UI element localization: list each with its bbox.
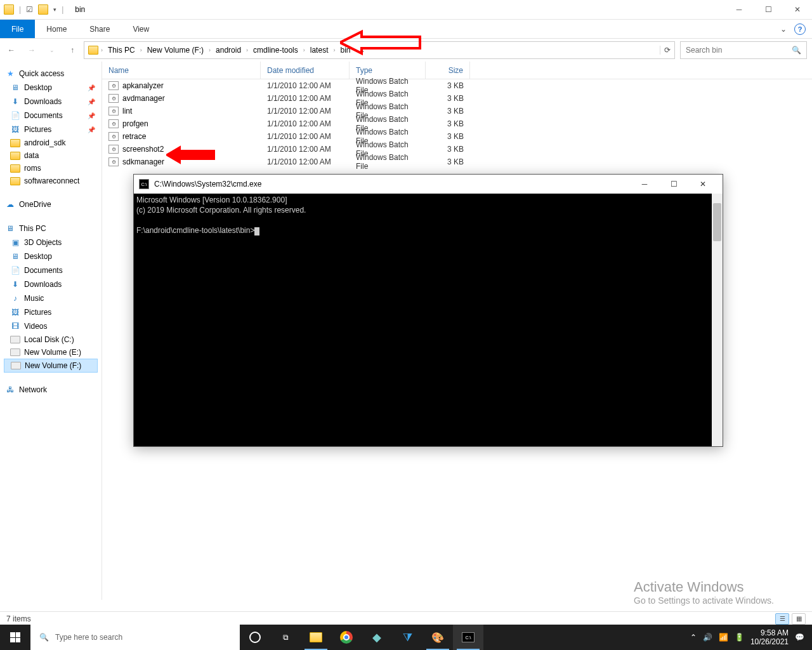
sidebar-item-documents[interactable]: 📄Documents	[4, 263, 98, 277]
tab-file[interactable]: File	[0, 20, 35, 38]
addr-dropdown-icon[interactable]: ⌄	[355, 46, 369, 55]
breadcrumb-item[interactable]: latest	[308, 46, 331, 55]
taskbar-taskview[interactable]: ⧉	[270, 625, 301, 650]
cmd-scrollbar[interactable]	[712, 194, 723, 446]
taskbar-vscode[interactable]: ⧩	[392, 625, 422, 650]
minimize-button[interactable]: ─	[630, 175, 659, 194]
taskbar-chrome[interactable]	[331, 625, 362, 650]
breadcrumb-item[interactable]: bin	[337, 46, 353, 55]
sidebar-item-drive-e[interactable]: New Volume (E:)	[4, 346, 98, 359]
cloud-icon: ☁	[5, 199, 15, 209]
taskbar-explorer[interactable]	[301, 625, 331, 650]
maximize-button[interactable]: ☐	[659, 175, 688, 194]
sidebar-item-pictures[interactable]: 🖼Pictures	[4, 305, 98, 319]
cmd-titlebar[interactable]: C:\ C:\Windows\System32\cmd.exe ─ ☐ ✕	[134, 175, 723, 194]
column-date[interactable]: Date modified	[261, 62, 350, 79]
large-icons-view-button[interactable]: ▦	[792, 613, 806, 625]
breadcrumb-item[interactable]: New Volume (F:)	[145, 46, 206, 55]
tab-home[interactable]: Home	[35, 20, 78, 38]
tray-battery-icon[interactable]: 🔋	[735, 633, 744, 642]
sidebar-network[interactable]: 🖧Network	[4, 383, 98, 397]
tray-wifi-icon[interactable]: 📶	[719, 633, 728, 642]
taskbar-cmd[interactable]: C:\	[453, 625, 483, 650]
status-bar: 7 items ☰ ▦	[0, 611, 812, 625]
tray-volume-icon[interactable]: 🔊	[703, 633, 712, 642]
forward-button[interactable]: →	[25, 46, 38, 55]
file-type: Windows Batch File	[350, 153, 426, 171]
sidebar-label: This PC	[19, 224, 46, 233]
details-view-button[interactable]: ☰	[775, 613, 789, 625]
sidebar-item-folder[interactable]: softwareconnect	[4, 175, 98, 187]
breadcrumb-item[interactable]: android	[213, 46, 244, 55]
taskbar-cortana[interactable]	[240, 625, 270, 650]
system-tray[interactable]: ⌃ 🔊 📶 🔋 9:58 AM 10/26/2021 💬	[683, 628, 812, 647]
sidebar-item-folder[interactable]: android_sdk	[4, 136, 98, 149]
taskbar-apps: ⧉ ◆ ⧩ 🎨 C:\	[240, 625, 483, 650]
sidebar-item-music[interactable]: ♪Music	[4, 291, 98, 305]
refresh-icon[interactable]: ⟳	[660, 46, 671, 55]
sidebar-item-desktop[interactable]: 🖥Desktop📌	[4, 81, 98, 95]
batch-file-icon: ⚙	[108, 145, 119, 154]
close-button[interactable]: ✕	[688, 175, 717, 194]
taskbar-paint[interactable]: 🎨	[422, 625, 453, 650]
close-button[interactable]: ✕	[783, 0, 812, 20]
file-date: 1/1/2010 12:00 AM	[261, 81, 350, 90]
minimize-button[interactable]: ─	[724, 0, 754, 20]
column-size[interactable]: Size	[426, 62, 470, 79]
sidebar-item-drive-f[interactable]: New Volume (F:)	[4, 359, 98, 373]
taskbar-app[interactable]: ◆	[362, 625, 392, 650]
search-input[interactable]	[686, 46, 781, 55]
nav-buttons: ← → ⌄ ↑	[5, 46, 79, 55]
sidebar-item-downloads[interactable]: ⬇Downloads📌	[4, 95, 98, 109]
breadcrumb-item[interactable]: cmdline-tools	[251, 46, 301, 55]
sidebar-onedrive[interactable]: ☁OneDrive	[4, 197, 98, 211]
file-row[interactable]: ⚙avdmanager1/1/2010 12:00 AMWindows Batc…	[102, 92, 812, 105]
sidebar-item-drive-c[interactable]: Local Disk (C:)	[4, 333, 98, 346]
tray-notifications-icon[interactable]: 💬	[795, 633, 804, 642]
file-row[interactable]: ⚙retrace1/1/2010 12:00 AMWindows Batch F…	[102, 130, 812, 143]
pictures-icon: 🖼	[10, 124, 20, 135]
scrollbar-thumb[interactable]	[713, 203, 721, 241]
search-icon[interactable]: 🔍	[792, 46, 801, 55]
sidebar-item-desktop[interactable]: 🖥Desktop	[4, 249, 98, 263]
file-row[interactable]: ⚙profgen1/1/2010 12:00 AMWindows Batch F…	[102, 117, 812, 130]
file-name: sdkmanager	[122, 157, 164, 166]
qat-dropdown-icon[interactable]: ▾	[53, 6, 56, 13]
sidebar-quick-access[interactable]: ★Quick access	[4, 67, 98, 81]
file-row[interactable]: ⚙sdkmanager1/1/2010 12:00 AMWindows Batc…	[102, 156, 812, 168]
breadcrumb-item[interactable]: This PC	[105, 46, 138, 55]
sidebar-item-folder[interactable]: data	[4, 149, 98, 162]
sidebar-item-downloads[interactable]: ⬇Downloads	[4, 277, 98, 291]
file-row[interactable]: ⚙screenshot21/1/2010 12:00 AMWindows Bat…	[102, 143, 812, 156]
maximize-button[interactable]: ☐	[754, 0, 783, 20]
sidebar-item-3dobjects[interactable]: ▣3D Objects	[4, 235, 98, 249]
breadcrumb-bar[interactable]: › This PC › New Volume (F:) › android › …	[84, 41, 675, 59]
tab-share[interactable]: Share	[78, 20, 121, 38]
chevron-down-icon[interactable]: ⌄	[776, 22, 790, 36]
search-box[interactable]: 🔍	[680, 41, 807, 59]
taskbar-search[interactable]: 🔍 Type here to search	[30, 625, 240, 650]
taskbar[interactable]: 🔍 Type here to search ⧉ ◆ ⧩ 🎨 C:\ ⌃ 🔊 📶 …	[0, 625, 812, 650]
up-button[interactable]: ↑	[66, 46, 79, 55]
column-type[interactable]: Type	[350, 62, 426, 79]
file-row[interactable]: ⚙apkanalyzer1/1/2010 12:00 AMWindows Bat…	[102, 79, 812, 92]
cube-icon: ▣	[10, 237, 20, 248]
tray-chevron-up-icon[interactable]: ⌃	[690, 633, 697, 642]
navigation-pane[interactable]: ★Quick access 🖥Desktop📌 ⬇Downloads📌 📄Doc…	[0, 62, 102, 600]
back-button[interactable]: ←	[5, 46, 18, 55]
file-row[interactable]: ⚙lint1/1/2010 12:00 AMWindows Batch File…	[102, 105, 812, 117]
tab-view[interactable]: View	[121, 20, 160, 38]
checkbox-icon[interactable]: ☑	[26, 5, 33, 14]
start-button[interactable]	[0, 625, 30, 650]
sidebar-this-pc[interactable]: 🖥This PC	[4, 222, 98, 235]
cmd-body[interactable]: Microsoft Windows [Version 10.0.18362.90…	[134, 194, 723, 446]
column-name[interactable]: Name	[102, 62, 261, 79]
sidebar-item-videos[interactable]: 🎞Videos	[4, 319, 98, 333]
tray-clock[interactable]: 9:58 AM 10/26/2021	[750, 628, 789, 647]
cmd-window[interactable]: C:\ C:\Windows\System32\cmd.exe ─ ☐ ✕ Mi…	[133, 174, 723, 447]
recent-dropdown-icon[interactable]: ⌄	[46, 47, 58, 53]
sidebar-item-pictures[interactable]: 🖼Pictures📌	[4, 123, 98, 136]
sidebar-item-documents[interactable]: 📄Documents📌	[4, 109, 98, 123]
help-icon[interactable]: ?	[794, 23, 806, 35]
sidebar-item-folder[interactable]: roms	[4, 162, 98, 175]
